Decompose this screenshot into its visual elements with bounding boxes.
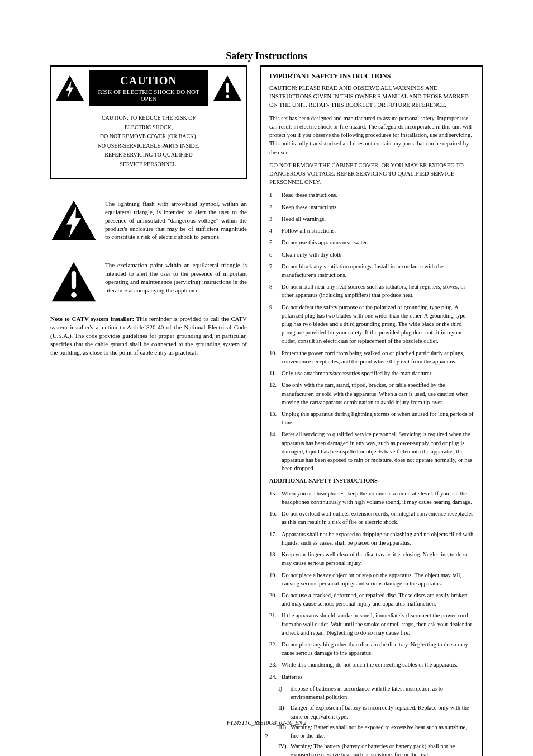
safety-box-title: IMPORTANT SAFETY INSTRUCTIONS <box>269 72 474 81</box>
instruction-item: 19.Do not place a heavy object on or ste… <box>269 571 474 588</box>
instruction-item: 12.Use only with the cart, stand, tripod… <box>269 381 474 407</box>
safety-caution-paragraph: CAUTION: PLEASE READ AND OBSERVE ALL WAR… <box>269 84 474 110</box>
instruction-item: 1.Read these instructions. <box>269 191 474 199</box>
instruction-item: 16.Do not overload wall outlets, extensi… <box>269 509 474 526</box>
instruction-item: 14.Refer all servicing to qualified serv… <box>269 430 474 472</box>
page-heading: Safety Instructions <box>50 50 483 62</box>
svg-rect-8 <box>72 271 76 289</box>
important-safety-instructions-box: IMPORTANT SAFETY INSTRUCTIONS CAUTION: P… <box>260 65 483 756</box>
instruction-item: 5.Do not use this apparatus near water. <box>269 238 474 247</box>
instruction-item: 6.Clean only with dry cloth. <box>269 251 474 259</box>
caution-label-box: CAUTION RISK OF ELECTRIC SHOCK DO NOT OP… <box>50 65 247 179</box>
instruction-subitem: IV)Warning: The battery (battery or batt… <box>278 742 474 756</box>
lightning-symbol-explanation: The lightning flash with arrowhead symbo… <box>105 200 247 241</box>
instruction-item: 8.Do not install near any heat sources s… <box>269 282 474 299</box>
instruction-item: 23.While it is thundering, do not touch … <box>269 660 474 669</box>
instruction-item: 15.When you use headphones, keep the vol… <box>269 489 474 506</box>
exclamation-triangle-icon <box>212 75 242 102</box>
svg-rect-3 <box>226 82 229 92</box>
instruction-item: 11.Only use attachments/accessories spec… <box>269 369 474 377</box>
instruction-item: 18.Keep your fingers well clear of the d… <box>269 550 474 567</box>
caution-title: CAUTION <box>92 74 206 87</box>
instruction-subitem: II)Danger of explosion if battery is inc… <box>278 703 474 720</box>
do-not-disassemble-paragraph: DO NOT REMOVE THE CABINET COVER, OR YOU … <box>269 161 474 187</box>
safety-intro-paragraph: This set has been designed and manufactu… <box>269 114 474 157</box>
caution-black-label: CAUTION RISK OF ELECTRIC SHOCK DO NOT OP… <box>89 70 208 106</box>
additional-safety-heading: ADDITIONAL SAFETY INSTRUCTIONS <box>269 476 474 485</box>
svg-point-4 <box>226 94 229 97</box>
exclamation-triangle-icon <box>50 261 97 303</box>
exclamation-symbol-explanation: The exclamation point within an equilate… <box>105 261 247 303</box>
footer-doc-id: FY24STTC_R8310GB_02-10_EN 2 <box>0 720 533 726</box>
caution-subtitle: RISK OF ELECTRIC SHOCK DO NOT OPEN <box>92 88 206 102</box>
instruction-item: 9.Do not defeat the safety purpose of th… <box>269 303 474 346</box>
lightning-bolt-triangle-icon <box>50 200 97 241</box>
instruction-item: 20.Do not use a cracked, deformed, or re… <box>269 591 474 608</box>
catv-installer-note: Note to CATV system installer: This remi… <box>50 315 247 356</box>
instruction-item: 17.Apparatus shall not be exposed to dri… <box>269 530 474 547</box>
svg-point-9 <box>71 292 77 298</box>
instruction-subitem: I)dispose of batteries in accordance wit… <box>278 684 474 701</box>
instruction-item: 22.Do not place anything other than disc… <box>269 640 474 657</box>
instruction-item: 13.Unplug this apparatus during lightnin… <box>269 410 474 427</box>
instruction-item: 2.Keep these instructions. <box>269 203 474 211</box>
instruction-item: 4.Follow all instructions. <box>269 226 474 235</box>
instruction-item: 24.Batteries <box>269 673 474 681</box>
instruction-item: 10.Protect the power cord from being wal… <box>269 349 474 366</box>
footer-page-number: 2 <box>0 733 533 739</box>
instruction-item: 21.If the apparatus should smoke or smel… <box>269 611 474 637</box>
instruction-item: 3.Heed all warnings. <box>269 215 474 223</box>
lightning-bolt-triangle-icon <box>55 75 85 102</box>
instruction-item: 7.Do not block any ventilation openings.… <box>269 262 474 279</box>
caution-body-text: CAUTION: TO REDUCE THE RISK OF ELECTRIC … <box>51 108 246 178</box>
